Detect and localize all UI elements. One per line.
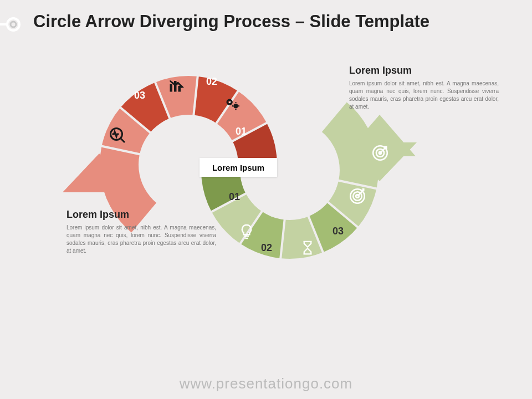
green-seg-03-label: 03 <box>332 226 344 237</box>
green-seg-02-label: 02 <box>261 242 272 254</box>
center-label: Lorem Ipsum <box>212 163 264 172</box>
slide-title: Circle Arrow Diverging Process – Slide T… <box>33 11 499 32</box>
svg-point-2 <box>11 22 16 27</box>
green-seg-01-label: 01 <box>229 191 240 203</box>
bottom-body: Lorem ipsum dolor sit amet, nibh est. A … <box>66 224 216 255</box>
red-seg-03-label: 03 <box>134 90 145 101</box>
svg-rect-23 <box>174 81 177 92</box>
center-label-box: Lorem Ipsum <box>200 158 277 177</box>
diagram-stage: 01 02 03 01 02 03 Lorem Ipsum Lorem Ipsu… <box>0 37 532 347</box>
svg-rect-24 <box>178 86 181 92</box>
top-body: Lorem ipsum dolor sit amet, nibh est. A … <box>349 80 499 111</box>
target-icon <box>348 187 367 206</box>
footer-url: www.presentationgo.com <box>0 375 532 392</box>
red-seg-02-label: 02 <box>206 76 217 88</box>
bottom-heading: Lorem Ipsum <box>66 209 216 221</box>
svg-point-21 <box>233 104 238 109</box>
hourglass-icon <box>299 239 316 256</box>
top-heading: Lorem Ipsum <box>349 65 499 76</box>
title-area: Circle Arrow Diverging Process – Slide T… <box>0 0 532 37</box>
lightbulb-icon <box>238 223 255 241</box>
red-seg-01-label: 01 <box>236 126 247 137</box>
top-text-block: Lorem Ipsum Lorem ipsum dolor sit amet, … <box>349 65 499 111</box>
chart-down-icon <box>167 76 187 96</box>
target-arrow-icon <box>371 144 390 162</box>
bottom-text-block: Lorem Ipsum Lorem ipsum dolor sit amet, … <box>66 209 216 255</box>
svg-rect-22 <box>170 84 173 92</box>
svg-point-1 <box>7 18 19 30</box>
header-ornament-icon <box>0 13 23 35</box>
gears-icon <box>222 94 241 113</box>
magnify-pulse-icon <box>108 126 128 146</box>
